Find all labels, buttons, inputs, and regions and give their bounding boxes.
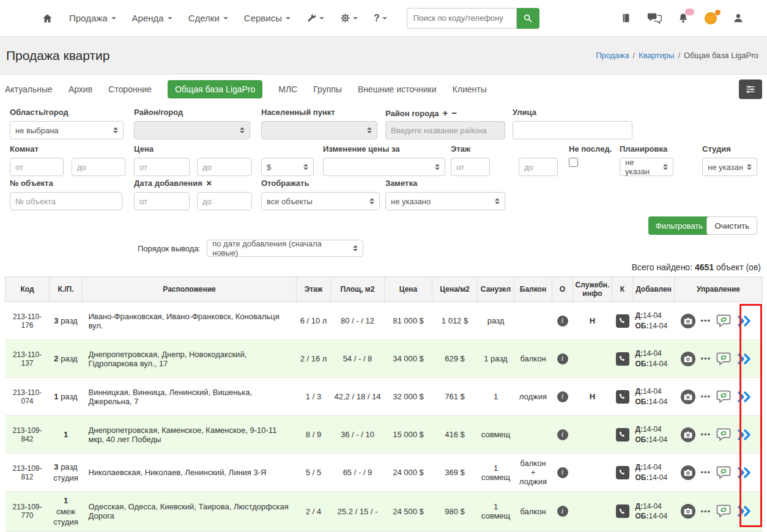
comments-icon[interactable] xyxy=(716,504,731,518)
photos-icon[interactable] xyxy=(681,314,695,328)
more-actions-icon[interactable]: ••• xyxy=(701,507,711,516)
date-added-to-input[interactable] xyxy=(197,192,252,210)
column-header[interactable]: Санузел xyxy=(478,277,514,302)
phone-icon[interactable] xyxy=(616,428,629,441)
not-last-checkbox[interactable] xyxy=(569,158,578,167)
settings-menu[interactable] xyxy=(340,13,358,23)
comments-icon[interactable] xyxy=(716,466,731,479)
comments-icon[interactable] xyxy=(716,390,731,404)
district-select[interactable] xyxy=(134,121,250,139)
display-select[interactable]: все объекты xyxy=(261,192,380,210)
column-header[interactable]: Служебн. инфо xyxy=(573,277,612,302)
sort-select[interactable]: по дате добавления (сначала новые) xyxy=(207,240,363,257)
table-row[interactable]: 213-110-176 3 разд Ивано-Франковская, Ив… xyxy=(6,302,763,340)
remove-district-icon[interactable]: − xyxy=(451,108,457,118)
nav-menu-services[interactable]: Сервисы xyxy=(244,13,291,23)
info-icon[interactable]: i xyxy=(557,506,568,517)
city-district-input[interactable] xyxy=(385,121,505,139)
column-header[interactable]: Управление xyxy=(675,277,763,302)
phone-icon[interactable] xyxy=(616,466,629,479)
tab-mls[interactable]: МЛС xyxy=(278,84,297,94)
column-header[interactable]: Балкон xyxy=(514,277,552,302)
info-icon[interactable]: i xyxy=(557,467,568,478)
breadcrumb-item[interactable]: Продажа xyxy=(596,51,629,60)
price-to-input[interactable] xyxy=(197,158,252,176)
search-button[interactable] xyxy=(517,8,539,29)
phone-icon[interactable] xyxy=(616,504,629,518)
layout-select[interactable]: не указан xyxy=(620,158,673,176)
rooms-from-input[interactable] xyxy=(10,158,64,176)
tab-ligapro-base[interactable]: Общая база LigaPro xyxy=(168,80,262,98)
more-actions-icon[interactable]: ••• xyxy=(701,316,711,325)
nav-menu-sale[interactable]: Продажа xyxy=(69,13,116,23)
home-button[interactable] xyxy=(42,13,53,24)
more-actions-icon[interactable]: ••• xyxy=(701,430,711,439)
comments-icon[interactable] xyxy=(716,314,731,328)
search-input[interactable] xyxy=(407,8,517,29)
photos-icon[interactable] xyxy=(681,427,695,442)
nav-menu-deals[interactable]: Сделки xyxy=(188,13,228,23)
messages-button[interactable] xyxy=(647,12,662,24)
info-icon[interactable]: i xyxy=(557,353,568,364)
profile-button[interactable] xyxy=(733,12,744,24)
studio-select[interactable]: не указан xyxy=(702,158,757,176)
open-object-icon[interactable] xyxy=(736,315,752,327)
tab-archive[interactable]: Архив xyxy=(69,84,92,94)
more-actions-icon[interactable]: ••• xyxy=(701,354,711,363)
filter-button[interactable]: Фильтровать xyxy=(648,216,710,235)
column-header[interactable]: Цена xyxy=(385,277,432,302)
tab-actual[interactable]: Актуальные xyxy=(5,84,53,94)
filter-toggle-button[interactable] xyxy=(739,79,762,99)
note-select[interactable]: не указано xyxy=(385,192,505,210)
photos-icon[interactable] xyxy=(681,390,695,404)
add-district-icon[interactable]: + xyxy=(443,108,448,118)
open-object-icon[interactable] xyxy=(736,467,752,479)
tools-menu[interactable] xyxy=(306,13,324,23)
alerts-button[interactable] xyxy=(705,12,717,24)
photos-icon[interactable] xyxy=(681,465,695,480)
open-object-icon[interactable] xyxy=(736,429,752,441)
info-icon[interactable]: i xyxy=(557,316,568,327)
object-number-input[interactable] xyxy=(10,192,122,210)
column-header[interactable]: О xyxy=(552,277,573,302)
column-header[interactable]: Добавлен xyxy=(633,277,675,302)
tab-external-sources[interactable]: Внешние источники xyxy=(358,84,437,94)
price-change-select[interactable] xyxy=(323,158,445,176)
open-object-icon[interactable] xyxy=(736,353,752,365)
phone-icon[interactable] xyxy=(616,390,629,404)
column-header[interactable]: Площ, м2 xyxy=(331,277,385,302)
rooms-to-input[interactable] xyxy=(72,158,125,176)
more-actions-icon[interactable]: ••• xyxy=(701,468,711,477)
notifications-button[interactable] xyxy=(678,12,689,24)
open-object-icon[interactable] xyxy=(736,391,752,403)
column-header[interactable]: К xyxy=(612,277,633,302)
tab-clients[interactable]: Клиенты xyxy=(453,84,487,94)
info-icon[interactable]: i xyxy=(557,391,568,402)
tab-groups[interactable]: Группы xyxy=(313,84,342,94)
date-added-clear-icon[interactable]: ✕ xyxy=(206,179,212,188)
photos-icon[interactable] xyxy=(681,504,695,519)
floor-to-input[interactable] xyxy=(519,158,558,176)
info-icon[interactable]: i xyxy=(557,429,568,440)
column-header[interactable]: Код xyxy=(6,277,50,302)
floor-from-input[interactable] xyxy=(451,158,490,176)
column-header[interactable]: Цена/м2 xyxy=(432,277,478,302)
open-object-icon[interactable] xyxy=(736,505,752,517)
column-header[interactable]: К./П. xyxy=(50,277,83,302)
street-input[interactable] xyxy=(513,121,632,139)
photos-icon[interactable] xyxy=(681,352,695,366)
tab-third-party[interactable]: Сторонние xyxy=(108,84,152,94)
phone-icon[interactable] xyxy=(616,314,629,328)
comments-icon[interactable] xyxy=(716,428,731,441)
region-select[interactable]: не выбрана xyxy=(10,121,124,139)
date-added-from-input[interactable] xyxy=(134,192,190,210)
clear-button[interactable]: Очистить xyxy=(706,216,757,235)
table-row[interactable]: 213-110-074 1 разд Винницкая, Винница, Л… xyxy=(6,378,763,416)
column-header[interactable]: Этаж xyxy=(297,277,331,302)
journal-button[interactable] xyxy=(621,12,631,24)
breadcrumb-item[interactable]: Квартиры xyxy=(639,51,674,60)
table-row[interactable]: 213-109-842 1 Днепропетровская, Каменско… xyxy=(6,416,763,454)
help-menu[interactable]: ? xyxy=(374,13,387,24)
table-row[interactable]: 213-109-812 3 раздстудия Николаевская, Н… xyxy=(6,454,763,492)
comments-icon[interactable] xyxy=(716,352,731,366)
